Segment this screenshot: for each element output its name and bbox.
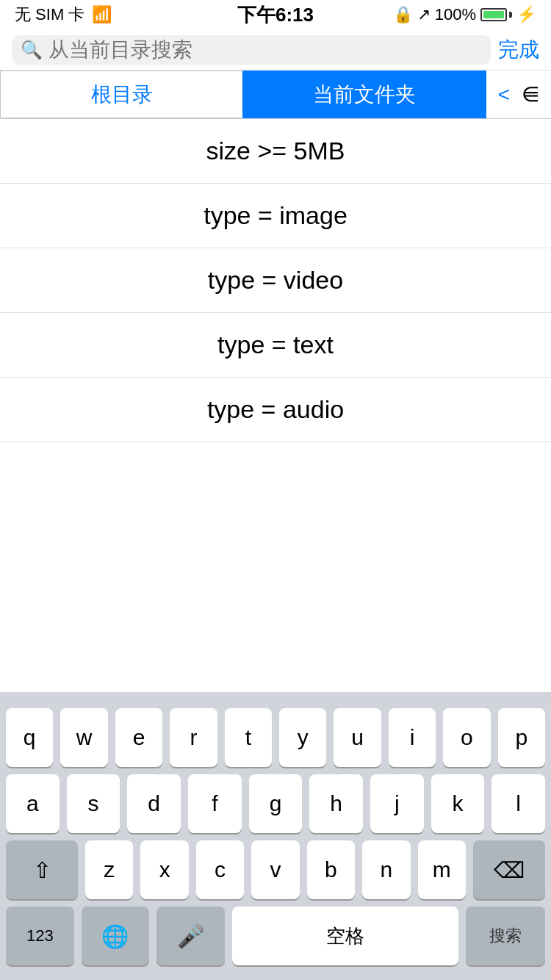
key-d[interactable]: d	[127, 774, 181, 833]
key-w[interactable]: w	[60, 708, 107, 767]
search-bar: 🔍 完成	[0, 29, 551, 71]
segment-icons: < ⋹	[486, 82, 551, 107]
key-f[interactable]: f	[188, 774, 242, 833]
status-right: 🔒 ↗ 100% ⚡	[393, 5, 536, 24]
charging-icon: ⚡	[516, 5, 536, 24]
keyboard-row-3: ⇧ z x c v b n m ⌫	[6, 840, 545, 899]
location-icon: ↗	[417, 5, 431, 24]
search-icon: 🔍	[21, 40, 43, 60]
filter-item-audio[interactable]: type = audio	[0, 378, 551, 442]
keyboard-row-2: a s d f g h j k l	[6, 774, 545, 833]
key-l[interactable]: l	[491, 774, 545, 833]
filter-label-audio: type = audio	[207, 395, 344, 424]
key-v[interactable]: v	[251, 840, 299, 899]
search-input-wrap[interactable]: 🔍	[12, 35, 491, 65]
key-g[interactable]: g	[249, 774, 303, 833]
segment-current[interactable]: 当前文件夹	[242, 71, 486, 118]
key-globe[interactable]: 🌐	[82, 907, 150, 965]
key-search[interactable]: 搜索	[466, 907, 545, 965]
filter-label-size: size >= 5MB	[206, 137, 345, 165]
segment-root[interactable]: 根目录	[0, 71, 242, 118]
key-k[interactable]: k	[431, 774, 485, 833]
key-u[interactable]: u	[334, 708, 381, 767]
battery-icon	[480, 8, 512, 21]
key-x[interactable]: x	[140, 840, 188, 899]
filter-item-text[interactable]: type = text	[0, 313, 551, 378]
status-time: 下午6:13	[237, 2, 314, 28]
key-z[interactable]: z	[85, 840, 133, 899]
segment-control: 根目录 当前文件夹 < ⋹	[0, 71, 551, 119]
chevron-left-icon[interactable]: <	[498, 83, 510, 107]
key-e[interactable]: e	[115, 708, 162, 767]
key-q[interactable]: q	[6, 708, 53, 767]
search-input[interactable]	[48, 38, 482, 62]
filter-item-image[interactable]: type = image	[0, 184, 551, 248]
key-numbers[interactable]: 123	[6, 907, 74, 965]
status-bar: 无 SIM 卡 📶 下午6:13 🔒 ↗ 100% ⚡	[0, 0, 551, 29]
filter-item-size[interactable]: size >= 5MB	[0, 119, 551, 184]
filter-label-video: type = video	[208, 266, 343, 295]
filter-label-text: type = text	[217, 331, 334, 359]
keyboard: q w e r t y u i o p a s d f g h j k l ⇧ …	[0, 692, 551, 980]
key-a[interactable]: a	[6, 774, 60, 833]
key-j[interactable]: j	[370, 774, 424, 833]
key-s[interactable]: s	[67, 774, 120, 833]
key-b[interactable]: b	[307, 840, 355, 899]
key-o[interactable]: o	[443, 708, 490, 767]
key-h[interactable]: h	[309, 774, 363, 833]
key-c[interactable]: c	[196, 840, 244, 899]
grid-view-icon[interactable]: ⋹	[522, 82, 539, 107]
keyboard-row-4: 123 🌐 🎤 空格 搜索	[6, 907, 545, 965]
key-i[interactable]: i	[389, 708, 436, 767]
keyboard-row-1: q w e r t y u i o p	[6, 708, 545, 767]
lock-icon: 🔒	[393, 5, 413, 24]
key-r[interactable]: r	[170, 708, 217, 767]
bottom-safe-area	[0, 973, 551, 980]
key-shift[interactable]: ⇧	[6, 840, 78, 899]
filter-item-video[interactable]: type = video	[0, 248, 551, 313]
key-delete[interactable]: ⌫	[473, 840, 545, 899]
filter-list: size >= 5MB type = image type = video ty…	[0, 119, 551, 442]
key-mic[interactable]: 🎤	[156, 907, 225, 965]
key-y[interactable]: y	[279, 708, 326, 767]
status-left: 无 SIM 卡 📶	[15, 4, 112, 26]
key-n[interactable]: n	[362, 840, 410, 899]
battery-percent: 100%	[435, 5, 476, 24]
done-button[interactable]: 完成	[498, 36, 539, 64]
key-p[interactable]: p	[498, 708, 545, 767]
filter-label-image: type = image	[204, 201, 347, 230]
key-space[interactable]: 空格	[232, 907, 458, 965]
key-m[interactable]: m	[418, 840, 466, 899]
wifi-icon: 📶	[92, 5, 112, 24]
carrier-text: 无 SIM 卡	[15, 4, 84, 26]
key-t[interactable]: t	[225, 708, 272, 767]
